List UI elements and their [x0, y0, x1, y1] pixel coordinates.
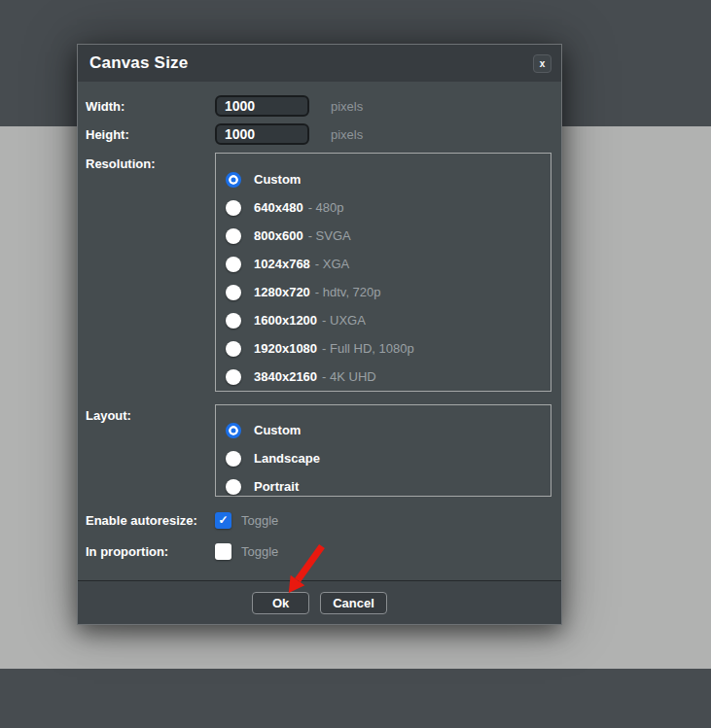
toggle-text: Toggle	[241, 544, 278, 559]
layout-label: Layout:	[86, 404, 215, 497]
resolution-option-3840x2160[interactable]: 3840x2160 - 4K UHD	[226, 363, 551, 391]
layout-row: Layout: Custom Landscape Portrait	[86, 404, 551, 497]
option-desc: - XGA	[315, 257, 349, 271]
resolution-option-1024x768[interactable]: 1024x768 - XGA	[226, 250, 551, 278]
width-row: Width: pixels	[86, 95, 551, 117]
option-label: 1024x768	[254, 257, 310, 271]
dialog-body: Width: pixels Height: pixels Resolution:…	[78, 82, 561, 580]
option-label: Landscape	[254, 451, 320, 466]
toggle-text: Toggle	[241, 513, 278, 528]
resolution-option-1600x1200[interactable]: 1600x1200 - UXGA	[226, 306, 551, 334]
resolution-label: Resolution:	[86, 153, 215, 392]
checkbox-unchecked-icon[interactable]	[215, 543, 231, 560]
layout-option-portrait[interactable]: Portrait	[226, 472, 551, 501]
enable-autoresize-row: Enable autoresize: ✓ Toggle	[86, 511, 551, 529]
option-label: 3840x2160	[254, 369, 317, 384]
resolution-group: Custom 640x480 - 480p 800x600 - SVGA	[215, 153, 551, 392]
radio-selected-icon[interactable]	[226, 423, 241, 438]
dialog-footer: Ok Cancel	[78, 580, 561, 624]
checkbox-checked-icon[interactable]: ✓	[215, 512, 231, 529]
radio-icon[interactable]	[226, 313, 241, 329]
option-label: 1280x720	[254, 285, 310, 299]
width-unit-label: pixels	[331, 99, 363, 114]
resolution-option-1920x1080[interactable]: 1920x1080 - Full HD, 1080p	[226, 334, 551, 363]
radio-icon[interactable]	[226, 228, 241, 244]
layout-group: Custom Landscape Portrait	[215, 404, 551, 497]
option-desc: - hdtv, 720p	[315, 285, 381, 299]
layout-option-custom[interactable]: Custom	[226, 416, 551, 444]
dialog-title: Canvas Size	[89, 53, 188, 73]
in-proportion-row: In proportion: Toggle	[86, 542, 551, 560]
resolution-row: Resolution: Custom 640x480 - 480p 80	[86, 153, 551, 392]
height-row: Height: pixels	[86, 123, 551, 145]
resolution-option-640x480[interactable]: 640x480 - 480p	[226, 193, 551, 222]
cancel-button[interactable]: Cancel	[320, 592, 387, 614]
option-desc: - UXGA	[322, 313, 366, 328]
page-bottom-dark-band	[0, 669, 711, 728]
ok-button[interactable]: Ok	[252, 592, 309, 614]
radio-icon[interactable]	[226, 451, 241, 467]
radio-icon[interactable]	[226, 200, 241, 216]
canvas-size-dialog: Canvas Size x Width: pixels Height: pixe…	[77, 44, 562, 625]
resolution-option-custom[interactable]: Custom	[226, 165, 551, 193]
page: Canvas Size x Width: pixels Height: pixe…	[0, 0, 711, 728]
radio-icon[interactable]	[226, 369, 241, 385]
height-unit-label: pixels	[331, 127, 363, 142]
option-label: Portrait	[254, 479, 299, 494]
option-desc: - 480p	[308, 200, 344, 215]
option-desc: - SVGA	[308, 228, 351, 243]
radio-icon[interactable]	[226, 257, 241, 272]
option-desc: - 4K UHD	[322, 369, 376, 384]
close-icon[interactable]: x	[533, 54, 551, 73]
resolution-option-1280x720[interactable]: 1280x720 - hdtv, 720p	[226, 278, 551, 306]
option-label: 640x480	[254, 200, 303, 215]
option-label: Custom	[254, 172, 301, 187]
height-input[interactable]	[215, 123, 309, 145]
radio-icon[interactable]	[226, 285, 241, 300]
option-desc: - Full HD, 1080p	[322, 341, 414, 356]
radio-selected-icon[interactable]	[226, 172, 241, 188]
option-label: 800x600	[254, 228, 303, 243]
resolution-option-800x600[interactable]: 800x600 - SVGA	[226, 222, 551, 250]
in-proportion-label: In proportion:	[86, 544, 215, 559]
layout-option-landscape[interactable]: Landscape	[226, 444, 551, 472]
radio-icon[interactable]	[226, 341, 241, 357]
option-label: 1600x1200	[254, 313, 317, 328]
height-label: Height:	[86, 127, 215, 142]
radio-icon[interactable]	[226, 479, 241, 495]
option-label: 1920x1080	[254, 341, 317, 356]
option-label: Custom	[254, 423, 301, 437]
enable-autoresize-label: Enable autoresize:	[86, 513, 215, 528]
width-input[interactable]	[215, 95, 309, 117]
width-label: Width:	[86, 99, 215, 114]
dialog-titlebar: Canvas Size x	[78, 45, 561, 82]
